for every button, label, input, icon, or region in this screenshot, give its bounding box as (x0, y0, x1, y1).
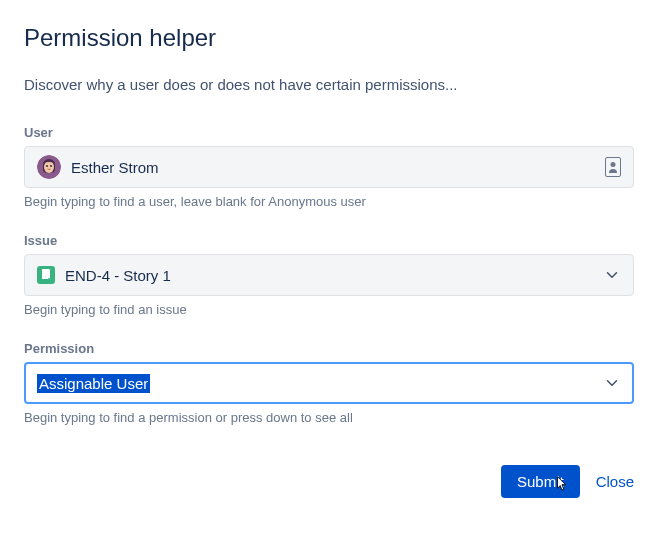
issue-field-group: Issue END-4 - Story 1 Begin typing to fi… (24, 233, 634, 317)
permission-value: Assignable User (37, 374, 150, 393)
user-avatar-icon (37, 155, 61, 179)
submit-button[interactable]: Submit (501, 465, 580, 498)
user-field-group: User Esther Strom Begin typing to find a… (24, 125, 634, 209)
permission-input[interactable]: Assignable User (24, 362, 634, 404)
dialog-title: Permission helper (24, 24, 634, 52)
user-input[interactable]: Esther Strom (24, 146, 634, 188)
dialog-actions: Submit Close (24, 465, 634, 498)
issue-label: Issue (24, 233, 634, 248)
permission-label: Permission (24, 341, 634, 356)
user-helper: Begin typing to find a user, leave blank… (24, 194, 634, 209)
dialog-description: Discover why a user does or does not hav… (24, 76, 634, 93)
svg-point-1 (44, 161, 54, 173)
chevron-down-icon (603, 374, 621, 392)
user-label: User (24, 125, 634, 140)
story-icon (37, 266, 55, 284)
permission-field-group: Permission Assignable User Begin typing … (24, 341, 634, 425)
permission-helper: Begin typing to find a permission or pre… (24, 410, 634, 425)
issue-helper: Begin typing to find an issue (24, 302, 634, 317)
issue-value: END-4 - Story 1 (65, 267, 593, 284)
svg-point-3 (50, 165, 52, 167)
chevron-down-icon (603, 266, 621, 284)
issue-input[interactable]: END-4 - Story 1 (24, 254, 634, 296)
svg-point-2 (46, 165, 48, 167)
user-value: Esther Strom (71, 159, 595, 176)
close-button[interactable]: Close (596, 473, 634, 490)
contact-card-icon (605, 157, 621, 177)
